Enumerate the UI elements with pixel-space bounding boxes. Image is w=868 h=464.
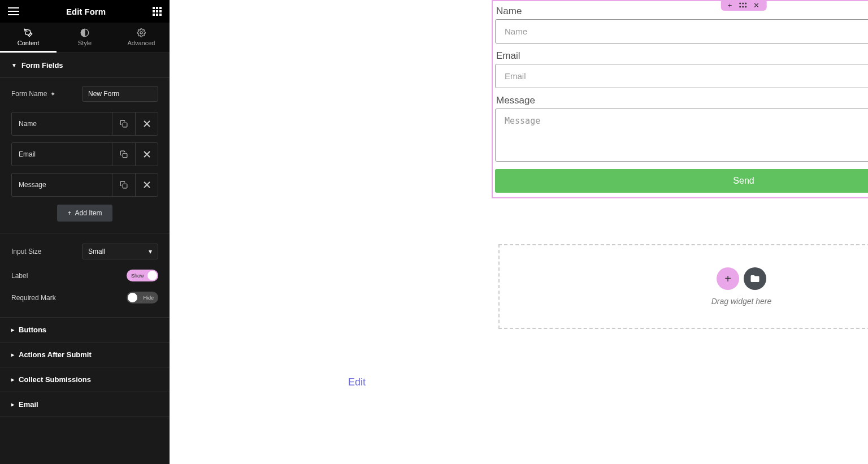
input-size-label: Input Size — [11, 248, 41, 255]
section-actions[interactable]: ▸ Actions After Submit — [0, 342, 170, 367]
tabs: Content Style Advanced — [0, 23, 170, 53]
close-widget-icon[interactable]: ✕ — [753, 2, 760, 9]
dropzone-text: Drag widget here — [711, 297, 772, 306]
drag-handle-icon[interactable] — [739, 2, 747, 9]
tab-advanced[interactable]: Advanced — [113, 23, 170, 53]
svg-rect-8 — [159, 14, 162, 16]
input-size-value: Small — [88, 248, 105, 255]
label-toggle-label: Label — [11, 272, 28, 280]
add-widget-icon[interactable]: + — [728, 2, 732, 9]
sidebar-title: Edit Form — [66, 7, 106, 16]
caret-right-icon: ▸ — [11, 376, 14, 383]
required-mark-toggle[interactable]: Hide — [127, 292, 158, 303]
canvas: + ✕ Name Email Message — [170, 0, 868, 464]
form-preview: Name Email Message Send — [493, 1, 868, 197]
send-button-label: Send — [733, 176, 754, 185]
svg-rect-11 — [123, 123, 127, 127]
field-item-message[interactable]: Message — [11, 173, 158, 197]
sidebar: Edit Form Content Style Advanced — [0, 0, 170, 464]
message-label: Message — [495, 94, 868, 109]
edit-link[interactable]: Edit — [348, 376, 366, 388]
field-item-email[interactable]: Email — [11, 142, 158, 166]
form-widget[interactable]: + ✕ Name Email Message — [492, 0, 868, 198]
form-name-input[interactable] — [82, 86, 158, 102]
section-actions-label: Actions After Submit — [19, 350, 92, 359]
required-mark-label: Required Mark — [11, 294, 56, 302]
caret-right-icon: ▸ — [11, 327, 14, 333]
section-buttons[interactable]: ▸ Buttons — [0, 318, 170, 342]
section-form-fields-label: Form Fields — [21, 61, 63, 70]
tab-content-label: Content — [18, 40, 40, 46]
svg-point-14 — [739, 3, 741, 5]
duplicate-icon[interactable] — [112, 174, 135, 196]
email-field[interactable] — [495, 64, 868, 88]
chevron-down-icon: ▾ — [149, 248, 152, 255]
svg-point-17 — [739, 6, 741, 8]
caret-right-icon: ▸ — [11, 401, 14, 407]
duplicate-icon[interactable] — [112, 112, 135, 135]
field-item-label: Name — [12, 112, 112, 135]
svg-rect-5 — [159, 10, 162, 12]
name-label: Name — [495, 5, 868, 19]
add-item-label: Add Item — [75, 209, 102, 217]
dropzone[interactable]: + Drag widget here — [498, 244, 868, 329]
ai-icon[interactable]: ✦ — [50, 90, 55, 98]
apps-icon[interactable] — [153, 7, 162, 16]
label-toggle[interactable]: Show — [127, 270, 158, 281]
svg-point-19 — [745, 6, 747, 8]
svg-rect-2 — [159, 7, 162, 9]
add-item-button[interactable]: + Add Item — [57, 205, 112, 222]
section-collect-label: Collect Submissions — [19, 375, 91, 384]
section-form-fields-body: Form Name ✦ Name — [0, 78, 170, 318]
send-button[interactable]: Send — [495, 169, 868, 193]
svg-rect-1 — [156, 7, 158, 9]
menu-icon[interactable] — [8, 7, 19, 15]
message-field[interactable] — [495, 109, 868, 162]
svg-rect-4 — [156, 10, 158, 12]
svg-point-16 — [745, 3, 747, 5]
template-library-button[interactable] — [744, 267, 766, 290]
caret-right-icon: ▸ — [11, 352, 14, 358]
input-size-select[interactable]: Small ▾ — [82, 244, 158, 259]
svg-rect-0 — [153, 7, 155, 9]
svg-rect-13 — [123, 184, 127, 188]
svg-rect-6 — [153, 14, 155, 16]
duplicate-icon[interactable] — [112, 143, 135, 166]
sidebar-header: Edit Form — [0, 0, 170, 23]
section-form-fields[interactable]: ▼ Form Fields — [0, 53, 170, 78]
toggle-state: Show — [131, 273, 144, 279]
close-icon[interactable] — [135, 143, 158, 166]
name-field[interactable] — [495, 19, 868, 44]
tab-style-label: Style — [78, 40, 92, 46]
svg-point-15 — [742, 3, 744, 5]
svg-rect-12 — [123, 153, 127, 158]
close-icon[interactable] — [135, 112, 158, 135]
svg-rect-3 — [153, 10, 155, 12]
form-name-label: Form Name ✦ — [11, 90, 55, 98]
svg-point-18 — [742, 6, 744, 8]
tab-content[interactable]: Content — [0, 23, 57, 53]
svg-rect-7 — [156, 14, 158, 16]
section-email[interactable]: ▸ Email — [0, 392, 170, 417]
field-item-name[interactable]: Name — [11, 112, 158, 136]
toggle-state: Hide — [143, 295, 154, 301]
section-collect[interactable]: ▸ Collect Submissions — [0, 367, 170, 392]
add-section-button[interactable]: + — [717, 267, 739, 290]
field-list: Name Email — [11, 112, 158, 197]
section-buttons-label: Buttons — [19, 326, 46, 334]
tab-advanced-label: Advanced — [128, 40, 155, 46]
field-item-label: Email — [12, 143, 112, 166]
tab-style[interactable]: Style — [57, 23, 113, 53]
caret-down-icon: ▼ — [11, 62, 17, 68]
email-label: Email — [495, 49, 868, 64]
widget-toolbar: + ✕ — [721, 0, 767, 11]
section-email-label: Email — [19, 400, 38, 409]
plus-icon: + — [67, 209, 71, 217]
field-item-label: Message — [12, 174, 112, 196]
svg-point-10 — [140, 32, 142, 34]
close-icon[interactable] — [135, 174, 158, 196]
panel: ▼ Form Fields Form Name ✦ Name — [0, 53, 170, 464]
